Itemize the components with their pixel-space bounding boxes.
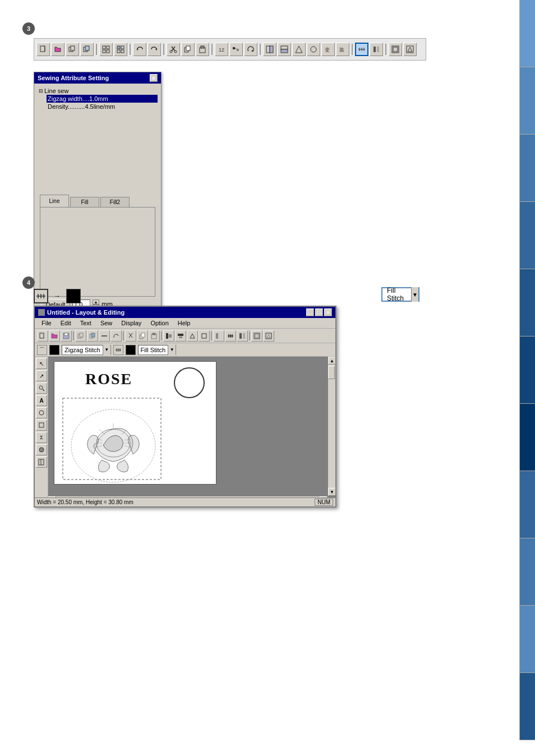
toolbar-section: 12 变 装: [34, 38, 426, 61]
toolbar-stitch-view[interactable]: [355, 43, 368, 56]
fill-stitch-dropdown-toolbar[interactable]: Fill Stitch ▼: [138, 345, 177, 355]
toolbar-view2[interactable]: [403, 43, 417, 56]
spin-up[interactable]: ▲: [93, 299, 99, 305]
vertical-scrollbar[interactable]: ▲ ▼: [328, 357, 335, 496]
svg-rect-22: [201, 46, 204, 48]
toolbar-open[interactable]: [51, 43, 64, 56]
menu-text[interactable]: Text: [76, 319, 96, 327]
toolbar-new[interactable]: [36, 43, 50, 56]
tab-line[interactable]: Line: [40, 195, 69, 207]
app-tb-view1[interactable]: [251, 330, 262, 342]
right-tab-3[interactable]: [519, 135, 535, 202]
tool-stitch[interactable]: Σ: [36, 432, 47, 443]
toolbar-t5[interactable]: 变: [321, 43, 335, 56]
app-tb-b1[interactable]: [75, 330, 86, 342]
toolbar-num[interactable]: 12: [215, 43, 228, 56]
app-close-btn[interactable]: ×: [324, 308, 332, 316]
toolbar-order[interactable]: [229, 43, 243, 56]
app-tb-f1[interactable]: [187, 330, 198, 342]
app-tb-sep2: [123, 331, 124, 340]
minimize-btn[interactable]: _: [306, 308, 314, 316]
toolbar-undo[interactable]: [133, 43, 146, 56]
toolbar-t7[interactable]: [370, 43, 383, 56]
toolbar-t3[interactable]: [292, 43, 306, 56]
right-tab-7[interactable]: [519, 404, 535, 471]
app-tb-f2[interactable]: [199, 330, 210, 342]
right-tab-6[interactable]: [519, 336, 535, 404]
app-tb-copy[interactable]: [137, 330, 148, 342]
right-tab-10[interactable]: [519, 606, 535, 673]
app-tb-b3[interactable]: [99, 330, 110, 342]
toolbar-view1[interactable]: [389, 43, 402, 56]
toolbar-copy-edit[interactable]: [181, 43, 195, 56]
fill-stitch-dropdown-arrow-toolbar[interactable]: ▼: [168, 345, 176, 355]
curve-btn[interactable]: ⌒: [37, 345, 47, 355]
tool-zoom[interactable]: [36, 382, 47, 394]
toolbar-paste[interactable]: [196, 43, 209, 56]
app-tb-paste[interactable]: [149, 330, 160, 342]
app-tb-align1[interactable]: [163, 330, 174, 342]
tree-child-zigzag[interactable]: Zigzag width....1.0mm: [47, 95, 158, 103]
fill-stitch-dropdown[interactable]: Fill Stitch ▼: [381, 287, 419, 302]
tool-node-edit[interactable]: ↗: [36, 370, 47, 381]
app-tb-sv2[interactable]: [225, 330, 236, 342]
svg-rect-40: [373, 47, 376, 52]
app-tb-save[interactable]: [61, 330, 72, 342]
scroll-thumb[interactable]: [328, 366, 335, 379]
tree-child-density[interactable]: Density..........4.5line/mm: [47, 103, 158, 110]
menu-sew[interactable]: Sew: [96, 319, 117, 327]
app-tb-sv1[interactable]: [213, 330, 224, 342]
toolbar-copy2[interactable]: [80, 43, 94, 56]
tool-fill[interactable]: [36, 444, 47, 455]
menu-help[interactable]: Help: [173, 319, 195, 327]
toolbar-cut[interactable]: [167, 43, 180, 56]
tool-rect[interactable]: [36, 420, 47, 431]
right-tab-5[interactable]: [519, 269, 535, 336]
tab-fill2[interactable]: Fill2: [100, 197, 130, 207]
toolbar-redo[interactable]: [147, 43, 161, 56]
menu-file[interactable]: File: [37, 319, 56, 327]
zigzag-stitch-dropdown[interactable]: Zigzag Stitch ▼: [62, 345, 111, 355]
step4-icons-row: → Fill Stitch ▼: [34, 289, 89, 303]
toolbar-t6[interactable]: 装: [336, 43, 349, 56]
menu-edit[interactable]: Edit: [56, 319, 76, 327]
app-tb-b4[interactable]: [110, 330, 122, 342]
maximize-btn[interactable]: □: [315, 308, 323, 316]
app-tb-new[interactable]: [37, 330, 48, 342]
dialog-close-btn[interactable]: ×: [150, 74, 158, 82]
menu-option[interactable]: Option: [146, 319, 173, 327]
right-tab-9[interactable]: [519, 538, 535, 606]
menu-display[interactable]: Display: [117, 319, 146, 327]
right-tab-4[interactable]: [519, 202, 535, 269]
toolbar-t1[interactable]: [263, 43, 276, 56]
tool-select[interactable]: ↖: [36, 358, 47, 369]
scroll-down-btn[interactable]: ▼: [328, 488, 335, 496]
tool-circle[interactable]: [36, 407, 47, 418]
canvas-white-area[interactable]: ROSE: [54, 361, 216, 485]
tool-book[interactable]: [36, 457, 47, 468]
app-tb-cut[interactable]: [125, 330, 136, 342]
toolbar-rotate[interactable]: [244, 43, 257, 56]
app-tb-open[interactable]: [49, 330, 60, 342]
zigzag-dropdown-arrow[interactable]: ▼: [103, 345, 110, 355]
toolbar-grid2[interactable]: [114, 43, 127, 56]
toolbar-t4[interactable]: [307, 43, 320, 56]
tool-text[interactable]: A: [36, 395, 47, 406]
right-tab-8[interactable]: [519, 471, 535, 538]
app-tb-sv3[interactable]: [237, 330, 248, 342]
tab-fill[interactable]: Fill: [70, 197, 99, 207]
app-tb-align2[interactable]: [175, 330, 186, 342]
tree-root[interactable]: ⊟ Line sew: [38, 87, 158, 95]
right-tab-1[interactable]: [519, 0, 535, 67]
stitch-view-icon[interactable]: [34, 289, 48, 303]
right-tab-11[interactable]: [519, 673, 535, 740]
toolbar-t2[interactable]: [278, 43, 291, 56]
scroll-up-btn[interactable]: ▲: [328, 357, 335, 365]
right-tab-2[interactable]: [519, 67, 535, 135]
fill-stitch-arrow[interactable]: ▼: [411, 287, 418, 302]
toolbar-copy1[interactable]: [66, 43, 79, 56]
toolbar-grid1[interactable]: [99, 43, 113, 56]
stitch-icon-toolbar[interactable]: [113, 345, 123, 355]
app-tb-view2[interactable]: [263, 330, 274, 342]
app-tb-b2[interactable]: [87, 330, 98, 342]
